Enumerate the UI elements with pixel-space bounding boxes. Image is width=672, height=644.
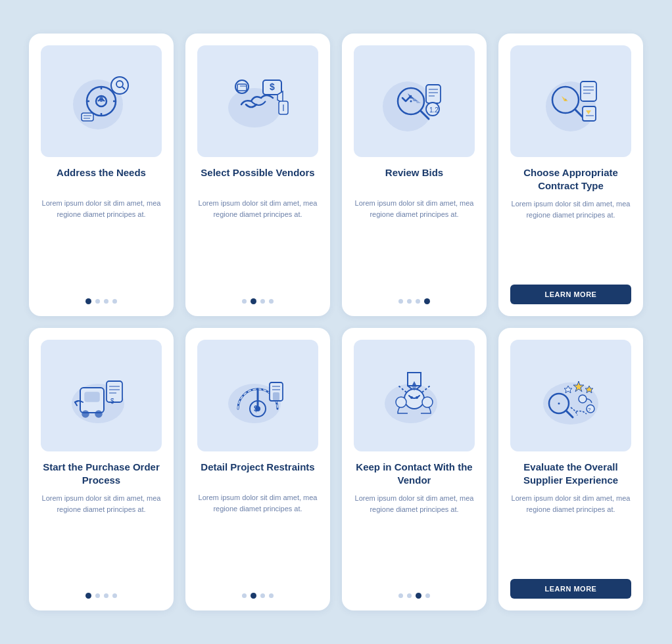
dot-3[interactable] <box>112 299 117 304</box>
svg-point-70 <box>396 397 406 407</box>
card-grid: Address the NeedsLorem ipsum dolor sit d… <box>13 18 659 626</box>
dot-1[interactable] <box>251 298 256 304</box>
card-body-choose-contract: Lorem ipsum dolor sit dim amet, mea regi… <box>510 198 631 273</box>
card-title-keep-contact: Keep in Contact With the Vendor <box>354 461 475 486</box>
dot-0[interactable] <box>398 593 403 598</box>
dot-0[interactable] <box>85 298 91 304</box>
svg-rect-11 <box>82 113 93 121</box>
card-body-project-restraints: Lorem ipsum dolor sit dim amet, mea regi… <box>197 492 318 582</box>
card-body-select-vendors: Lorem ipsum dolor sit dim amet, mea regi… <box>197 198 318 288</box>
card-title-purchase-order: Start the Purchase Order Process <box>41 461 162 486</box>
card-dots-address-needs <box>85 294 117 304</box>
svg-point-7 <box>99 97 103 102</box>
card-body-review-bids: Lorem ipsum dolor sit dim amet, mea regi… <box>354 198 475 288</box>
card-evaluate-supplier: ? Evaluate the Overall Supplier Experien… <box>498 328 643 610</box>
dot-0[interactable] <box>398 299 403 304</box>
card-title-address-needs: Address the Needs <box>57 166 146 191</box>
card-dots-select-vendors <box>242 294 274 304</box>
dot-3[interactable] <box>424 298 430 304</box>
card-dots-keep-contact <box>398 589 430 599</box>
svg-text:$: $ <box>270 81 275 92</box>
dot-0[interactable] <box>242 593 247 598</box>
learn-more-button-choose-contract[interactable]: LEARN MORE <box>510 285 631 304</box>
card-dots-purchase-order <box>85 589 117 599</box>
svg-point-51 <box>95 411 102 417</box>
card-review-bids: 1.2 Review BidsLorem ipsum dolor sit dim… <box>342 34 487 316</box>
illustration-select-vendors: $ <box>197 45 318 157</box>
dot-2[interactable] <box>260 593 265 598</box>
card-body-keep-contact: Lorem ipsum dolor sit dim amet, mea regi… <box>354 493 475 582</box>
card-dots-review-bids <box>398 294 430 304</box>
dot-3[interactable] <box>112 593 117 598</box>
svg-rect-52 <box>107 381 122 402</box>
dot-1[interactable] <box>95 593 100 598</box>
svg-text:?: ? <box>588 407 591 413</box>
illustration-review-bids: 1.2 <box>354 45 475 157</box>
dot-2[interactable] <box>416 593 421 599</box>
dot-1[interactable] <box>407 299 412 304</box>
illustration-keep-contact <box>354 340 475 451</box>
card-title-choose-contract: Choose Appropriate Contract Type <box>510 166 631 192</box>
card-title-select-vendors: Select Possible Vendors <box>201 166 314 191</box>
card-choose-contract: Choose Appropriate Contract TypeLorem ip… <box>498 34 643 316</box>
card-body-evaluate-supplier: Lorem ipsum dolor sit dim amet, mea regi… <box>510 493 631 567</box>
svg-text:$: $ <box>110 398 114 405</box>
svg-rect-44 <box>583 106 596 121</box>
dot-3[interactable] <box>269 593 274 598</box>
dot-0[interactable] <box>85 593 91 599</box>
svg-point-24 <box>410 101 412 103</box>
svg-rect-49 <box>85 392 99 402</box>
illustration-evaluate-supplier: ? <box>510 340 631 451</box>
card-purchase-order: $ Start the Purchase Order ProcessLorem … <box>29 328 174 610</box>
svg-rect-29 <box>426 85 441 103</box>
svg-point-71 <box>422 397 433 407</box>
illustration-address-needs <box>41 45 162 157</box>
card-title-evaluate-supplier: Evaluate the Overall Supplier Experience <box>510 461 631 486</box>
card-body-address-needs: Lorem ipsum dolor sit dim amet, mea regi… <box>41 198 162 288</box>
svg-point-68 <box>410 396 413 399</box>
card-project-restraints: $ Detail Project RestraintsLorem ipsum d… <box>185 328 330 610</box>
card-dots-project-restraints <box>242 589 274 599</box>
card-body-purchase-order: Lorem ipsum dolor sit dim amet, mea regi… <box>41 493 162 582</box>
dot-1[interactable] <box>95 299 100 304</box>
svg-rect-63 <box>273 392 279 401</box>
svg-point-8 <box>111 77 128 94</box>
svg-point-69 <box>416 396 418 399</box>
card-address-needs: Address the NeedsLorem ipsum dolor sit d… <box>29 34 174 316</box>
dot-2[interactable] <box>416 299 420 304</box>
svg-text:1.2: 1.2 <box>429 106 439 114</box>
dot-3[interactable] <box>425 593 430 598</box>
svg-point-79 <box>558 403 560 405</box>
svg-point-81 <box>579 395 587 403</box>
dot-0[interactable] <box>242 299 247 304</box>
dot-1[interactable] <box>407 593 412 598</box>
illustration-choose-contract <box>510 45 631 157</box>
illustration-purchase-order: $ <box>41 340 162 451</box>
learn-more-button-evaluate-supplier[interactable]: LEARN MORE <box>510 579 631 599</box>
dot-2[interactable] <box>260 299 265 304</box>
dot-3[interactable] <box>269 299 274 304</box>
dot-1[interactable] <box>251 593 256 599</box>
dot-2[interactable] <box>104 593 108 598</box>
illustration-project-restraints: $ <box>197 340 318 451</box>
svg-text:$: $ <box>254 404 258 413</box>
svg-point-50 <box>82 411 89 417</box>
card-title-review-bids: Review Bids <box>385 166 443 191</box>
card-keep-contact: Keep in Contact With the VendorLorem ips… <box>342 328 487 610</box>
dot-2[interactable] <box>104 299 108 304</box>
card-title-project-restraints: Detail Project Restraints <box>201 461 314 486</box>
card-select-vendors: $ Select Possible VendorsLorem ipsum dol… <box>185 34 330 316</box>
svg-rect-40 <box>581 81 596 101</box>
